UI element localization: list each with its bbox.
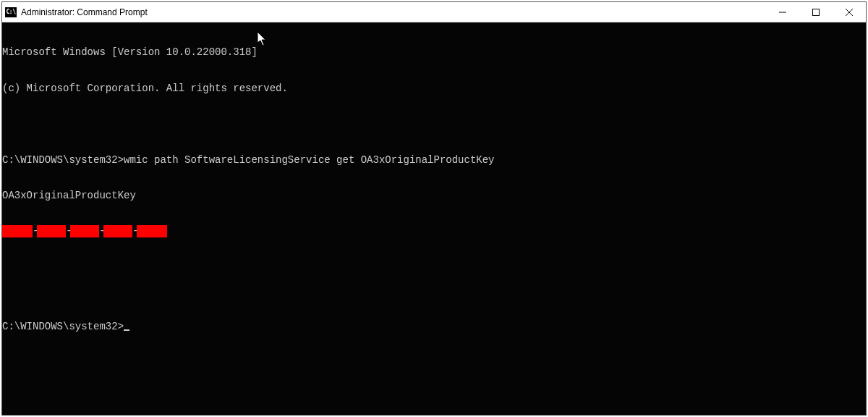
redacted-segment: [2, 225, 34, 237]
key-separator: -: [132, 225, 137, 237]
key-separator: -: [33, 225, 37, 237]
redacted-segment: [35, 225, 67, 237]
console-command-line: C:\WINDOWS\system32>wmic path SoftwareLi…: [2, 154, 866, 167]
cmd-icon: C:\: [5, 7, 17, 17]
titlebar[interactable]: C:\ Administrator: Command Prompt: [2, 2, 866, 22]
console-output: (c) Microsoft Corporation. All rights re…: [2, 83, 866, 95]
redacted-segment: [135, 225, 167, 237]
redacted-segment: [102, 225, 134, 237]
console-blank: [2, 118, 866, 130]
redacted-product-key: - - - -: [2, 225, 866, 237]
prompt: C:\WINDOWS\system32>: [2, 321, 124, 332]
command-text: wmic path SoftwareLicensingService get O…: [124, 154, 494, 166]
maximize-button[interactable]: [799, 2, 833, 22]
cmd-window: C:\ Administrator: Command Prompt Micros…: [1, 1, 867, 416]
minimize-button[interactable]: [766, 2, 799, 22]
window-title: Administrator: Command Prompt: [21, 7, 766, 17]
prompt: C:\WINDOWS\system32>: [2, 154, 124, 166]
redacted-segment: [69, 225, 101, 237]
console-output-header: OA3xOriginalProductKey: [2, 190, 866, 202]
console-output: Microsoft Windows [Version 10.0.22000.31…: [2, 46, 866, 59]
console-blank: [2, 261, 866, 297]
key-separator: -: [99, 225, 103, 237]
console-area[interactable]: Microsoft Windows [Version 10.0.22000.31…: [2, 22, 866, 415]
text-cursor: [124, 329, 129, 331]
console-prompt-line: C:\WINDOWS\system32>: [2, 321, 866, 333]
window-controls: [766, 2, 866, 22]
svg-rect-1: [813, 9, 820, 15]
key-separator: -: [66, 225, 70, 237]
close-button[interactable]: [833, 2, 866, 22]
